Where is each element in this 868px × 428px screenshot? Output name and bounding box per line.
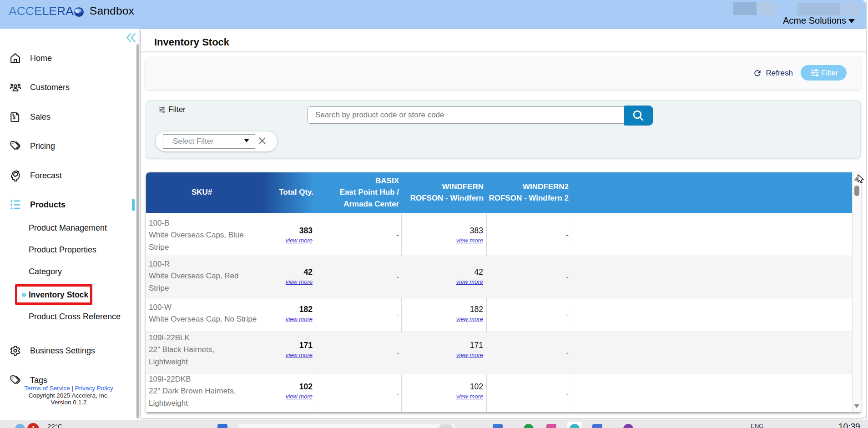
svg-text:$: $ [13, 115, 15, 120]
